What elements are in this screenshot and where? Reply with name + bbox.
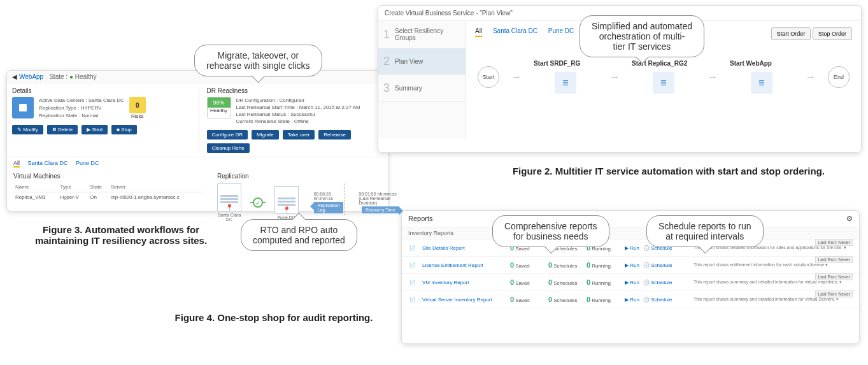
list-icon	[555, 72, 576, 94]
last-run: Last Run: Never	[815, 239, 853, 246]
details-section: Details Active Data Centers : Santa Clar…	[12, 87, 189, 153]
dr-title: DR Readiness	[207, 87, 383, 94]
details-info: Active Data Centers : Santa Clara DC Rep…	[39, 97, 124, 120]
step-2[interactable]: 2Plan View	[378, 48, 466, 75]
vm-title: Virtual Machines	[13, 173, 204, 180]
report-icon: 📄	[408, 295, 417, 304]
report-row[interactable]: 📄Virtual Server Inventory Report0Saved0S…	[402, 291, 859, 308]
flow-node-replica[interactable]: Start Replica_RG2	[632, 60, 695, 94]
list-icon	[751, 72, 772, 94]
workflow-flow: Start → Start SRDF_RG → Start Replica_RG…	[475, 60, 852, 94]
report-icon: 📄	[408, 278, 417, 287]
details-title: Details	[12, 87, 189, 94]
callout-schedule: Schedule reports to run at required inte…	[646, 215, 764, 247]
tab-sc[interactable]: Santa Clara DC	[493, 27, 537, 34]
report-desc: Last Run: NeverThis report shows summary…	[694, 297, 853, 302]
tab-pune[interactable]: Pune DC	[548, 27, 574, 34]
last-run: Last Run: Never	[815, 273, 853, 280]
stop-button[interactable]: ■ Stop	[111, 125, 137, 134]
fig3-caption: Figure 3. Automated workflows for mainta…	[13, 224, 229, 246]
replication-link: ✓	[250, 202, 266, 203]
run-link[interactable]: ▶ Run	[625, 297, 639, 303]
report-name[interactable]: VM Inventory Report	[422, 280, 505, 285]
chevron-down-icon[interactable]: ▾	[836, 297, 839, 301]
callout-orchestration: Simplified and automated orchestration o…	[580, 15, 704, 57]
chevron-down-icon[interactable]: ▾	[839, 280, 842, 284]
fig3-panel: ◀ WebApp State : ● Healthy Details Activ…	[6, 70, 388, 211]
breadcrumb-webapp[interactable]: WebApp	[19, 73, 43, 80]
cleanup-button[interactable]: Cleanup Rehe	[207, 143, 250, 153]
schedule-link[interactable]: 🕓 Schedule	[643, 262, 672, 268]
last-run: Last Run: Never	[815, 290, 853, 297]
risks-badge[interactable]: 0 Risks	[129, 97, 146, 119]
replication-section: Replication 📍 Santa Clara DC ✓ 📍 Pune DC…	[217, 173, 402, 222]
report-desc: Last Run: NeverThis report shows entitle…	[694, 262, 853, 268]
recovery-time: Recovery Time	[362, 206, 399, 213]
tab-all[interactable]: All	[13, 160, 20, 168]
dr-info: DR Configuration : ConfiguredLast Rehear…	[236, 97, 360, 125]
schedule-link[interactable]: 🕓 Schedule	[643, 280, 672, 285]
start-order-button[interactable]: Start Order	[771, 27, 811, 40]
callout-migrate: Migrate, takeover, or rehearse with sing…	[194, 45, 322, 76]
dc-tabs: All Santa Clara DC Pune DC	[7, 157, 388, 169]
repl-title: Replication	[217, 173, 402, 180]
report-name[interactable]: License Entitlement Report	[422, 262, 505, 268]
replication-lag: Replication Lag	[314, 202, 344, 213]
run-link[interactable]: ▶ Run	[625, 262, 639, 268]
flow-end: End	[828, 66, 850, 88]
step-1[interactable]: 1Select Resiliency Groups	[378, 21, 466, 48]
state-label: State : ● Healthy	[49, 73, 96, 80]
migrate-button[interactable]: Migrate	[252, 130, 279, 140]
health-badge: 98% Healthy	[207, 97, 231, 118]
reports-title: Reports	[408, 215, 433, 223]
wizard-steps: 1Select Resiliency Groups 2Plan View 3Su…	[378, 21, 466, 138]
run-link[interactable]: ▶ Run	[625, 245, 639, 251]
report-desc: Last Run: NeverThis report shows summary…	[694, 280, 853, 285]
rehearse-button[interactable]: Rehearse	[318, 130, 351, 140]
list-icon	[653, 72, 674, 94]
back-icon[interactable]: ◀	[12, 73, 17, 80]
callout-reports: Comprehensive reports for business needs	[492, 215, 609, 247]
dc-santa-clara: 📍 Santa Clara DC	[217, 183, 241, 222]
takeover-button[interactable]: Take over	[283, 130, 315, 140]
gear-icon[interactable]: ⚙	[846, 215, 853, 223]
chevron-down-icon[interactable]: ▾	[825, 262, 828, 267]
start-button[interactable]: ▶ Start	[82, 125, 108, 134]
report-name[interactable]: Virtual Server Inventory Report	[422, 297, 505, 303]
schedule-link[interactable]: 🕓 Schedule	[643, 297, 672, 303]
dr-section: DR Readiness 98% Healthy DR Configuratio…	[199, 87, 383, 153]
reports-subtitle: Inventory Reports	[402, 227, 859, 240]
fig4-caption: Figure 4. One-stop shop for audit report…	[146, 312, 401, 323]
stop-order-button[interactable]: Stop Order	[813, 27, 852, 40]
flow-node-srdf[interactable]: Start SRDF_RG	[534, 60, 597, 94]
vm-table: Virtual Machines NameTypeStateServer Rep…	[13, 173, 204, 222]
flow-node-webapp[interactable]: Start WebApp	[730, 60, 793, 94]
fig4-panel: Reports⚙ Inventory Reports 📄Site Details…	[401, 210, 860, 344]
step-3[interactable]: 3Summary	[378, 75, 466, 102]
table-row[interactable]: Replica_VM1Hyper-VOndrp-dl820-1.engba.sy…	[13, 192, 204, 203]
report-row[interactable]: 📄License Entitlement Report0Saved0Schedu…	[402, 257, 859, 274]
dc-pune: 📍 Pune DC	[274, 186, 299, 220]
flow-start: Start	[478, 66, 499, 88]
svg-rect-0	[19, 104, 27, 111]
tab-sc[interactable]: Santa Clara DC	[28, 160, 68, 166]
report-row[interactable]: 📄Site Details Report0Saved0Schedules0Run…	[402, 240, 859, 257]
report-name[interactable]: Site Details Report	[422, 245, 505, 251]
chevron-down-icon[interactable]: ▾	[844, 245, 846, 250]
configure-dr-button[interactable]: Configure DR	[207, 130, 248, 140]
run-link[interactable]: ▶ Run	[625, 280, 639, 285]
report-row[interactable]: 📄VM Inventory Report0Saved0Schedules0Run…	[402, 274, 859, 291]
tab-pune[interactable]: Pune DC	[76, 160, 99, 166]
tab-all[interactable]: All	[475, 27, 482, 37]
check-icon: ✓	[253, 197, 263, 208]
last-run: Last Run: Never	[815, 256, 853, 263]
report-icon: 📄	[408, 243, 417, 252]
delete-button[interactable]: ✖ Delete	[47, 125, 78, 134]
callout-rto-rpo: RTO and RPO auto computed and reported	[241, 219, 357, 251]
modify-button[interactable]: ✎ Modify	[12, 125, 43, 134]
fig2-caption: Figure 2. Multitier IT service automatio…	[471, 166, 866, 176]
app-icon	[12, 97, 34, 118]
report-icon: 📄	[408, 261, 417, 269]
